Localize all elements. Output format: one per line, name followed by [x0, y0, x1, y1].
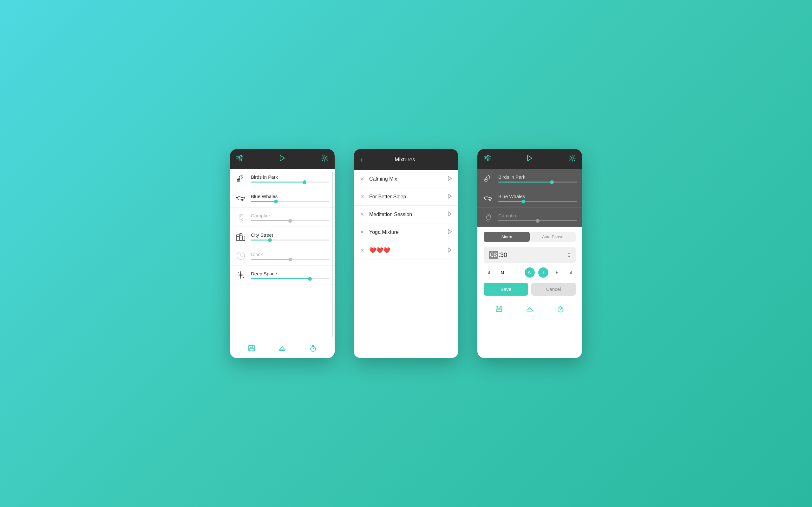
svg-point-22	[238, 272, 239, 273]
phone3-sound-whales: Blue Whales	[477, 188, 582, 208]
action-buttons: Save Cancel	[484, 283, 576, 296]
svg-rect-15	[238, 236, 239, 237]
phone3-slider-whales[interactable]	[498, 201, 577, 202]
sleep-name: For Better Sleep	[369, 194, 443, 200]
day-wed[interactable]: W	[525, 268, 535, 278]
day-sun[interactable]: S	[484, 268, 494, 278]
mixture-meditation: ✕ Meditation Session	[354, 206, 458, 223]
mixture-sleep: ✕ For Better Sleep	[354, 188, 458, 206]
back-icon[interactable]: ‹	[360, 155, 363, 164]
day-tue[interactable]: T	[511, 268, 521, 278]
phone3: Birds in Park Blue Whales	[477, 149, 582, 358]
slider-city[interactable]	[251, 239, 329, 240]
settings-icon[interactable]	[321, 155, 328, 163]
phone2-body: ✕ Calming Mix ✕ For Better Sleep	[354, 170, 458, 349]
svg-point-6	[324, 157, 326, 159]
mixture-yoga: ✕ Yoga Mixture	[354, 223, 458, 241]
stepper-down[interactable]: ▼	[567, 256, 571, 259]
sound-name-clock: Clock	[251, 251, 329, 257]
cancel-button[interactable]: Cancel	[531, 283, 576, 296]
sound-item-birds: Birds in Park	[230, 169, 335, 188]
phone3-settings-icon[interactable]	[569, 155, 576, 163]
play-meditation-icon[interactable]	[448, 211, 452, 217]
phone3-sound-info-campfire: Campfire	[498, 213, 577, 221]
calming-name: Calming Mix	[369, 176, 443, 182]
svg-rect-11	[237, 235, 239, 240]
remove-yoga-icon[interactable]: ✕	[360, 229, 364, 235]
phone3-airplay-icon[interactable]	[526, 305, 533, 314]
campfire-icon	[235, 211, 247, 223]
filter-icon[interactable]	[236, 155, 243, 163]
timer-icon[interactable]	[310, 345, 316, 354]
play-icon[interactable]	[280, 155, 285, 163]
time-stepper[interactable]: ▲ ▼	[567, 251, 571, 259]
phone3-play-icon[interactable]	[527, 155, 532, 163]
airplay-icon[interactable]	[279, 345, 286, 354]
save-icon[interactable]	[248, 345, 255, 354]
svg-point-10	[239, 220, 243, 221]
sound-name-whales: Blue Whales	[251, 193, 329, 199]
stepper-up[interactable]: ▲	[567, 251, 571, 255]
svg-line-20	[241, 256, 242, 257]
phone1: Birds in Park Blue Whales	[230, 149, 335, 358]
play-calming-icon[interactable]	[448, 176, 452, 182]
phone3-slider-campfire[interactable]	[498, 220, 577, 221]
phone3-save-icon[interactable]	[496, 305, 502, 314]
slider-deepspace[interactable]	[251, 278, 329, 279]
sound-item-clock: Clock	[230, 246, 335, 266]
svg-point-3	[240, 155, 242, 157]
slider-whales[interactable]	[251, 201, 329, 202]
svg-line-32	[313, 348, 314, 349]
sound-item-deepspace: Deep Space	[230, 266, 335, 285]
play-sleep-icon[interactable]	[448, 193, 452, 200]
remove-meditation-icon[interactable]: ✕	[360, 211, 364, 217]
phone3-sound-info-whales: Blue Whales	[498, 193, 577, 202]
time-display[interactable]: 08 :30 ▲ ▼	[484, 247, 576, 263]
svg-point-4	[238, 157, 240, 159]
svg-point-5	[240, 159, 242, 161]
sound-item-whales: Blue Whales	[230, 188, 335, 208]
phone3-campfire-icon	[483, 211, 494, 223]
day-thu[interactable]: T	[538, 268, 548, 278]
sound-info-whales: Blue Whales	[251, 193, 329, 202]
phone3-slider-birds[interactable]	[498, 181, 577, 182]
slider-clock[interactable]	[251, 259, 329, 260]
days-row: S M T W T F S	[484, 268, 576, 278]
slider-birds[interactable]	[251, 181, 329, 182]
deepspace-icon	[235, 269, 247, 281]
phone3-sound-campfire: Campfire	[477, 208, 582, 227]
svg-point-36	[487, 155, 489, 157]
svg-point-39	[571, 157, 573, 159]
play-yoga-icon[interactable]	[448, 229, 452, 235]
mixture-hearts: ✕ ❤️❤️❤️	[354, 241, 458, 260]
svg-point-37	[485, 157, 487, 159]
remove-hearts-icon[interactable]: ✕	[360, 247, 364, 253]
play-hearts-icon[interactable]	[448, 247, 452, 253]
phone3-sound-name-birds: Birds in Park	[498, 174, 577, 180]
sound-item-city: City Street	[230, 227, 335, 246]
day-fri[interactable]: F	[552, 268, 562, 278]
sound-item-campfire: Campfire	[230, 208, 335, 227]
phone3-sound-name-campfire: Campfire	[498, 213, 577, 218]
save-button[interactable]: Save	[484, 283, 528, 296]
tab-alarm[interactable]: Alarm	[484, 232, 530, 242]
time-separator: :30	[498, 251, 507, 259]
birds-icon	[235, 173, 247, 184]
phone3-footer	[477, 301, 582, 319]
phone3-filter-icon[interactable]	[484, 155, 491, 163]
sound-name-deepspace: Deep Space	[251, 271, 329, 276]
svg-point-21	[240, 274, 241, 276]
remove-sleep-icon[interactable]: ✕	[360, 193, 364, 200]
day-sat[interactable]: S	[565, 268, 576, 278]
day-mon[interactable]: M	[497, 268, 507, 278]
tab-autopause[interactable]: Auto Pause	[530, 232, 576, 242]
sound-name-birds: Birds in Park	[251, 174, 329, 180]
phone3-birds-icon	[483, 173, 494, 184]
phone3-timer-icon[interactable]	[557, 305, 564, 314]
scrollbar[interactable]	[332, 172, 334, 337]
phone3-whale-icon	[483, 192, 494, 204]
slider-campfire[interactable]	[251, 220, 329, 221]
meditation-name: Meditation Session	[369, 212, 443, 217]
sound-list: Birds in Park Blue Whales	[230, 169, 335, 340]
remove-calming-icon[interactable]: ✕	[360, 176, 364, 182]
